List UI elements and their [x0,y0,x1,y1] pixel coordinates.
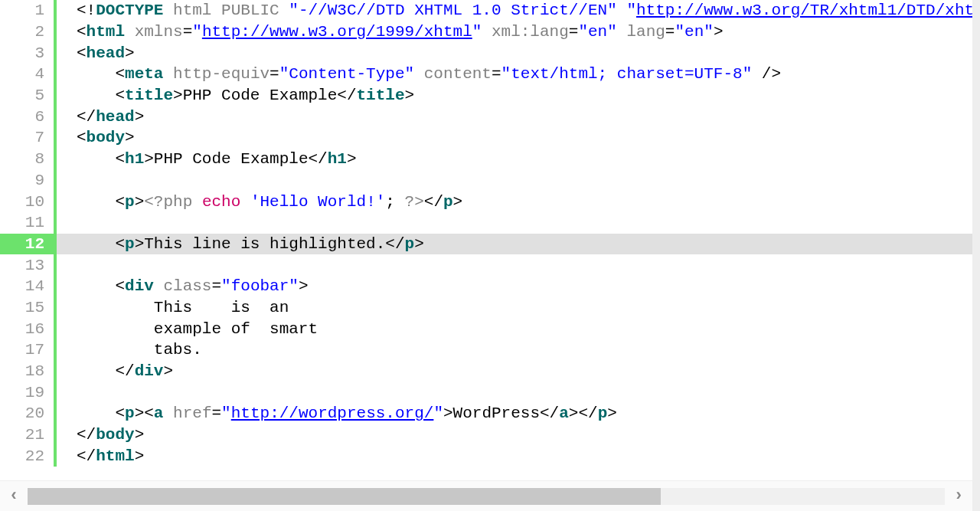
code-editor: 1 <!DOCTYPE html PUBLIC "-//W3C//DTD XHT… [0,0,980,511]
code-line: 7 <body> [0,127,972,149]
line-number: 11 [0,212,55,234]
code-content[interactable]: </div> [55,361,972,382]
code-content[interactable]: <h1>PHP Code Example</h1> [55,149,972,170]
code-line: 19 [0,382,972,403]
code-line: 8 <h1>PHP Code Example</h1> [0,149,972,170]
code-line: 6 </head> [0,106,972,127]
line-number: 17 [0,339,55,361]
code-content[interactable]: <p><?php echo 'Hello World!'; ?></p> [55,191,972,212]
line-number: 20 [0,403,55,424]
line-number: 19 [0,382,55,403]
line-number: 12 [0,234,55,255]
line-number: 9 [0,170,55,192]
line-number: 21 [0,424,55,446]
code-content[interactable]: <title>PHP Code Example</title> [55,85,972,106]
line-number: 18 [0,361,55,382]
code-content[interactable] [55,212,972,234]
scroll-left-icon[interactable]: ‹ [0,486,28,506]
code-content[interactable]: example of smart [55,318,972,339]
code-content[interactable] [55,382,972,403]
scrollbar-thumb[interactable] [28,488,661,505]
code-content[interactable]: <div class="foobar"> [55,276,972,297]
code-content[interactable]: </body> [55,424,972,446]
code-content[interactable]: <body> [55,127,972,149]
code-content[interactable]: tabs. [55,339,972,361]
code-line: 9 [0,170,972,192]
code-content[interactable] [55,170,972,192]
code-content[interactable] [55,254,972,276]
code-area[interactable]: 1 <!DOCTYPE html PUBLIC "-//W3C//DTD XHT… [0,0,972,478]
code-content[interactable]: </html> [55,445,972,467]
code-line: 3 <head> [0,42,972,64]
line-number: 13 [0,254,55,276]
code-table: 1 <!DOCTYPE html PUBLIC "-//W3C//DTD XHT… [0,0,972,467]
code-line: 5 <title>PHP Code Example</title> [0,85,972,106]
line-number: 4 [0,64,55,85]
code-content[interactable]: This is an [55,297,972,319]
scrollbar-track[interactable] [28,488,945,505]
code-content[interactable]: </head> [55,106,972,127]
code-content[interactable]: <p>This line is highlighted.</p> [55,234,972,255]
code-line: 16 example of smart [0,318,972,339]
code-line: 1 <!DOCTYPE html PUBLIC "-//W3C//DTD XHT… [0,0,972,21]
code-line: 2 <html xmlns="http://www.w3.org/1999/xh… [0,21,972,43]
code-line-highlighted: 12 <p>This line is highlighted.</p> [0,234,972,255]
code-content[interactable]: <html xmlns="http://www.w3.org/1999/xhtm… [55,21,972,43]
code-line: 10 <p><?php echo 'Hello World!'; ?></p> [0,191,972,212]
line-number: 3 [0,42,55,64]
code-line: 14 <div class="foobar"> [0,276,972,297]
line-number: 14 [0,276,55,297]
code-line: 18 </div> [0,361,972,382]
code-line: 20 <p><a href="http://wordpress.org/">Wo… [0,403,972,424]
code-line: 13 [0,254,972,276]
line-number: 22 [0,445,55,467]
line-number: 8 [0,149,55,170]
line-number: 5 [0,85,55,106]
code-line: 11 [0,212,972,234]
code-content[interactable]: <head> [55,42,972,64]
line-number: 2 [0,21,55,43]
scroll-right-icon[interactable]: › [945,486,972,506]
code-line: 17 tabs. [0,339,972,361]
code-content[interactable]: <!DOCTYPE html PUBLIC "-//W3C//DTD XHTML… [55,0,972,21]
code-line: 15 This is an [0,297,972,319]
code-content[interactable]: <p><a href="http://wordpress.org/">WordP… [55,403,972,424]
line-number: 7 [0,127,55,149]
line-number: 10 [0,191,55,212]
line-number: 15 [0,297,55,319]
line-number: 16 [0,318,55,339]
line-number: 6 [0,106,55,127]
line-number: 1 [0,0,55,21]
code-line: 21 </body> [0,424,972,446]
code-content[interactable]: <meta http-equiv="Content-Type" content=… [55,64,972,85]
code-line: 22 </html> [0,445,972,467]
code-line: 4 <meta http-equiv="Content-Type" conten… [0,64,972,85]
horizontal-scrollbar: ‹ › [0,480,972,511]
